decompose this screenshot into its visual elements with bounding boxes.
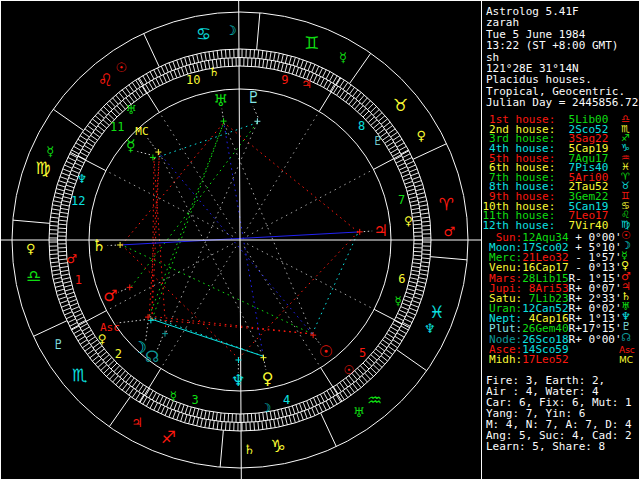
- wheel-sign-icon: ♎: [26, 266, 41, 286]
- planet-label: Midh:: [483, 353, 523, 366]
- cusp-ruler-icon: ♄: [243, 442, 255, 457]
- house-ruler-icon: ♇: [372, 134, 383, 148]
- wheel-planet-mars-icon: ♂: [103, 286, 117, 305]
- house-number: 11: [110, 120, 124, 134]
- chart-info-line: 13:22 (ST +8:00 GMT): [486, 40, 618, 51]
- wheel-sign-icon: ♓: [429, 302, 444, 322]
- house-number: 2: [115, 347, 122, 361]
- cusp-ruler-icon: ♇: [53, 337, 65, 352]
- cusp-ruler-icon: ☉: [116, 60, 128, 75]
- wheel-sign-icon: ♒: [367, 390, 382, 410]
- wheel-planet-venu-icon: ♀: [262, 369, 274, 388]
- house-ruler-icon: ♂: [66, 252, 77, 266]
- house-number: 8: [358, 119, 365, 133]
- house-ruler-icon: ☽: [261, 401, 272, 415]
- wheel-planet-merc-icon: ☿: [126, 136, 136, 155]
- wheel-planet-node-icon: ☊: [145, 347, 159, 366]
- wheel-sign-icon: ♐: [161, 427, 176, 447]
- planet-degree-mark: [155, 149, 161, 155]
- planet-degree-mark: [254, 118, 260, 124]
- house-ruler-icon: ♄: [209, 65, 220, 79]
- wheel-asce-label: Asc: [100, 321, 120, 334]
- statistics-line: Learn: 5, Share: 8: [486, 441, 605, 452]
- wheel-planet-uran-icon: ♅: [214, 91, 228, 110]
- house-row: 12th house: 7Vir40: [483, 220, 609, 231]
- wheel-planet-sun-icon: ☉: [319, 342, 333, 361]
- cusp-ruler-icon: ♃: [131, 415, 143, 430]
- planet-degree-mark: [117, 242, 123, 248]
- wheel-sign-icon: ♊: [304, 33, 319, 53]
- velocity-value: [575, 353, 621, 366]
- house-ruler-icon: ♆: [77, 172, 88, 186]
- wheel-planet-satu-icon: ♄: [92, 236, 106, 255]
- wheel-sign-icon: ♋: [196, 24, 211, 44]
- house-ruler-icon: ♀: [404, 214, 413, 228]
- chart-info-line: Julian Day = 2445856.7236: [486, 97, 640, 108]
- wheel-planet-plut-icon: ♇: [247, 88, 261, 107]
- planet-midh-icon: MC: [619, 355, 633, 365]
- app-title: Astrolog 5.41F: [486, 6, 579, 17]
- chart-info-line: Placidus houses.: [486, 74, 592, 85]
- house-number: 4: [283, 393, 290, 407]
- wheel-sign-icon: ♉: [393, 95, 408, 115]
- wheel-sign-icon: ♑: [271, 436, 286, 456]
- house-number: 7: [398, 193, 405, 207]
- planet-degree-mark: [150, 154, 156, 160]
- wheel-planet-nept-icon: ♆: [231, 371, 245, 390]
- house-ruler-icon: ♅: [126, 103, 137, 117]
- astrolog-screen: ♈♉♊♋♌♍♎♏♐♑♒♓♀♇♃♄♅♆♂♀☿☽☉☿1♂2♀3☿4☽5☉6☿7♀8♇…: [0, 0, 640, 480]
- planet-row: Midh:17Leo52: [483, 354, 622, 365]
- house-number: 12: [71, 194, 85, 208]
- house-number: 5: [359, 346, 366, 360]
- house-ruler-icon: ☉: [344, 363, 355, 377]
- chart-info-line: Tue 5 June 1984: [486, 29, 585, 40]
- house-number: 3: [191, 393, 198, 407]
- house-ruler-icon: ☿: [394, 294, 401, 308]
- planet-degree-mark: [357, 229, 363, 235]
- chart-info-line: zarah: [486, 17, 519, 28]
- chart-info-line: Tropical, Geocentric.: [486, 86, 625, 97]
- house-number: 1: [75, 273, 82, 287]
- planet-degree-mark: [148, 317, 154, 323]
- house-number: 10: [186, 73, 200, 87]
- house-number: 9: [281, 73, 288, 87]
- planet-position-value: 17Leo52: [522, 353, 568, 366]
- cusp-ruler-icon: ♂: [444, 224, 456, 239]
- planet-degree-mark: [162, 331, 168, 337]
- wheel-sign-icon: ♌: [98, 70, 113, 90]
- chart-info-line: sh: [486, 52, 499, 63]
- planet-degree-mark: [127, 284, 133, 290]
- wheel-sign-icon: ♏: [72, 365, 87, 385]
- cusp-ruler-icon: ♅: [353, 405, 365, 420]
- wheel-midh-label: MC: [135, 125, 148, 138]
- house-ruler-icon: ♃: [301, 77, 312, 91]
- wheel-planet-jupi-icon: ♃: [374, 221, 388, 240]
- cusp-ruler-icon: ♆: [424, 321, 436, 336]
- cusp-ruler-icon: ♀: [417, 128, 427, 143]
- cusp-ruler-icon: ☿: [339, 50, 347, 65]
- wheel-sign-icon: ♈: [439, 194, 454, 214]
- chart-info-line: 121°28E 31°14N: [486, 63, 579, 74]
- planet-node-icon: ☊: [621, 333, 631, 343]
- house-ruler-icon: ☿: [170, 389, 177, 403]
- wheel-sign-icon: ♍: [36, 158, 51, 178]
- cusp-ruler-icon: ☽: [225, 23, 237, 38]
- house-number: 6: [398, 272, 405, 286]
- planet-degree-mark: [221, 118, 227, 124]
- cusp-ruler-icon: ♀: [26, 241, 36, 256]
- cusp-ruler-icon: ☿: [46, 144, 54, 159]
